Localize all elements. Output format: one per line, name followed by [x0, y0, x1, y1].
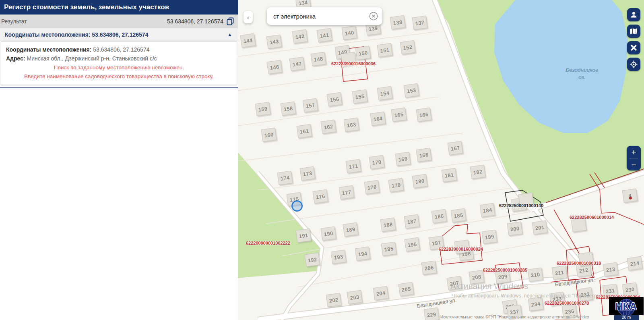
geolocate-icon — [630, 60, 638, 68]
map-attribution: Исключительные права ©ГУП "Национальное … — [440, 315, 589, 319]
accordion-header-coordinates[interactable]: Координаты местоположения: 53.634806, 27… — [0, 28, 238, 41]
zoom-out-button[interactable]: − — [627, 158, 641, 170]
panel-divider — [0, 87, 238, 88]
windows-activation-hint: Чтобы активировать Windows, перейдите в … — [452, 293, 604, 299]
lake-name-label: Безодницкоеоз. — [560, 66, 604, 81]
coordinates-value: 53.634806, 27.126574 — [93, 46, 149, 53]
measure-tools-button[interactable] — [627, 41, 640, 54]
map-layers-button[interactable] — [627, 25, 640, 38]
cadastral-number-label: 622282500001000285 — [483, 268, 527, 272]
zoom-in-button[interactable]: + — [627, 146, 641, 158]
copy-icon[interactable] — [226, 17, 235, 26]
user-icon — [630, 11, 638, 19]
user-button[interactable] — [627, 8, 640, 21]
zoom-control: + − — [627, 146, 641, 170]
warning-enter-partnership-name: Введите наименование садоводческого това… — [6, 73, 232, 79]
coordinates-row: Координаты местоположения: 53.634806, 27… — [6, 46, 232, 53]
cadastral-number-label: 622283900016000024 — [439, 247, 483, 251]
measure-tools-icon — [630, 44, 638, 52]
accordion-title: Координаты местоположения: 53.634806, 27… — [5, 31, 148, 38]
street-name-label: Безодницкая ул. — [417, 297, 457, 309]
coordinates-label: Координаты местоположения: — [6, 46, 91, 53]
location-details-card: Координаты местоположения: 53.634806, 27… — [1, 42, 237, 85]
result-coordinates: 53.634806, 27.126574 — [167, 18, 223, 25]
warning-search-impossible: Поиск по заданному местоположению невозм… — [6, 64, 232, 71]
scale-bar: 20 m — [614, 315, 639, 320]
cadastral-number-label: 622282500001000140 — [499, 203, 543, 208]
clear-search-icon[interactable] — [368, 11, 379, 21]
search-input[interactable] — [267, 12, 368, 20]
street-name-label: Безодницкая ул. — [555, 277, 595, 288]
address-row: Адрес: Минская обл., Дзержинский р-н, Ст… — [6, 55, 232, 62]
results-panel: Регистр стоимости земель, земельных учас… — [0, 0, 238, 320]
geolocate-button[interactable] — [627, 58, 640, 71]
nka-logo: НКА — [609, 297, 644, 315]
page-title: Регистр стоимости земель, земельных учас… — [0, 0, 238, 15]
cadastral-number-label: 622282500001000318 — [557, 261, 601, 266]
nka-logo-text: НКА — [615, 300, 637, 312]
app-window: Регистр стоимости земель, земельных учас… — [0, 0, 644, 320]
map-text-labels: 6222839000160000366222825000010001406222… — [238, 0, 644, 320]
search-box — [267, 7, 382, 25]
map-tools — [627, 8, 640, 71]
map-canvas[interactable]: 1341371381391401411421431441461471481491… — [238, 0, 644, 320]
cadastral-number-label: 622282500601000014 — [570, 215, 614, 220]
result-label: Результат — [1, 18, 27, 25]
chevron-left-icon: ‹ — [247, 14, 250, 21]
address-label: Адрес: — [6, 55, 25, 62]
search-location-marker — [291, 200, 303, 212]
collapse-panel-button[interactable]: ‹ — [244, 11, 253, 23]
cadastral-number-label: 622283900016000036 — [331, 61, 376, 66]
cadastral-number-label: 622200000001002222 — [246, 241, 290, 245]
address-value: Минская обл., Дзержинский р-н, Станьковс… — [27, 55, 157, 62]
cadastral-number-label: 622282500001000278 — [545, 301, 589, 305]
chevron-up-icon[interactable]: ▲ — [227, 32, 232, 37]
windows-activation-watermark: Активация Windows — [450, 281, 528, 291]
result-bar: Результат 53.634806, 27.126574 — [0, 15, 238, 28]
map-layers-icon — [630, 27, 638, 35]
